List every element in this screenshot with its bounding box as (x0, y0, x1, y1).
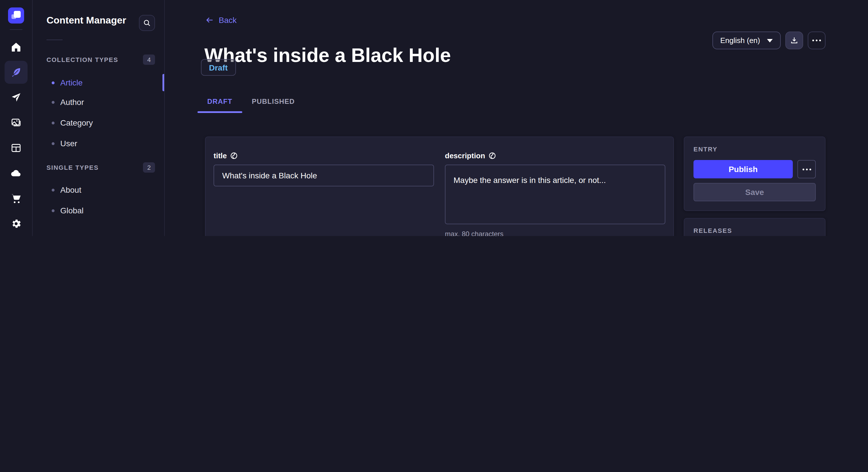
sidebar-item-about[interactable]: About (33, 180, 165, 200)
bullet-icon (52, 121, 55, 124)
bullet-icon (52, 142, 55, 145)
back-link[interactable]: Back (205, 15, 237, 25)
nav-content-manager-button[interactable] (5, 61, 28, 84)
collection-types-heading: COLLECTION TYPES 4 (46, 55, 155, 65)
ellipsis-icon (802, 168, 811, 170)
tab-draft[interactable]: DRAFT (197, 91, 242, 112)
sidebar-item-article[interactable]: Article (33, 73, 165, 92)
shopping-cart-icon (10, 193, 22, 204)
chevron-down-icon (767, 39, 773, 42)
single-types-count-badge: 2 (143, 162, 155, 173)
nav-deploy-button[interactable] (5, 86, 28, 109)
form-grid: title description Maybe the answer is in… (214, 151, 665, 236)
sidebar-divider (46, 40, 63, 40)
paper-plane-icon (10, 92, 22, 103)
gear-icon (10, 218, 22, 229)
nav-rail: KD (0, 0, 33, 236)
sidebar-item-label: Global (60, 206, 84, 215)
entry-panel-title: ENTRY (693, 146, 816, 153)
save-button[interactable]: Save (693, 183, 816, 201)
feather-quill-icon (10, 67, 22, 78)
header-more-button[interactable] (808, 32, 826, 49)
content-manager-sidebar: Content Manager COLLECTION TYPES 4 Artic… (33, 0, 165, 236)
strapi-logo-mark-2 (11, 14, 16, 19)
back-label: Back (219, 15, 237, 25)
bullet-icon (52, 189, 55, 191)
cloud-icon (10, 167, 22, 179)
status-badge: Draft (201, 59, 236, 76)
description-textarea[interactable]: Maybe the answer is in this article, or … (445, 165, 665, 224)
globe-icon (230, 152, 238, 160)
sidebar-item-author[interactable]: Author (33, 92, 165, 112)
layout-icon (10, 142, 22, 154)
header-actions: English (en) (712, 32, 826, 49)
app-window: KD Content Manager COLLECTION TYPES 4 Ar… (0, 0, 868, 236)
single-types-heading: SINGLE TYPES 2 (46, 162, 155, 173)
field-label-text: title (214, 151, 227, 160)
tab-published[interactable]: PUBLISHED (242, 91, 305, 112)
bullet-icon (52, 101, 55, 103)
ellipsis-icon (812, 40, 821, 41)
description-helper-text: max. 80 characters (445, 230, 665, 236)
section-label: SINGLE TYPES (46, 164, 99, 171)
field-title: title (214, 151, 434, 236)
sidebar-item-label: Category (60, 118, 93, 127)
title-input[interactable] (214, 165, 434, 187)
entry-panel: ENTRY Publish Save (684, 136, 826, 211)
globe-icon (489, 152, 496, 160)
sidebar-item-label: Article (60, 78, 83, 87)
publish-button[interactable]: Publish (693, 160, 793, 178)
section-label: COLLECTION TYPES (46, 56, 118, 63)
sidebar-item-label: About (60, 185, 81, 194)
locale-select[interactable]: English (en) (712, 32, 781, 49)
sidebar-item-category[interactable]: Category (33, 113, 165, 133)
field-title-label: title (214, 151, 434, 160)
bullet-icon (52, 209, 55, 212)
entry-form-card: title description Maybe the answer is in… (205, 136, 674, 236)
nav-marketplace-button[interactable] (5, 187, 28, 210)
rail-divider (10, 29, 22, 30)
nav-content-type-builder-button[interactable] (5, 136, 28, 160)
home-icon (10, 41, 22, 53)
releases-panel-title: RELEASES (693, 227, 816, 234)
search-button[interactable] (139, 15, 155, 31)
page-title: What's inside a Black Hole (205, 44, 451, 67)
strapi-logo[interactable] (8, 7, 24, 24)
images-icon (10, 117, 22, 129)
field-label-text: description (445, 151, 485, 160)
search-icon (143, 19, 151, 27)
active-item-indicator (162, 74, 164, 91)
sidebar-item-label: User (60, 139, 77, 148)
entry-more-button[interactable] (797, 160, 816, 178)
sidebar-item-label: Author (60, 98, 84, 107)
download-icon (790, 36, 799, 45)
nav-cloud-button[interactable] (5, 162, 28, 185)
nav-settings-button[interactable] (5, 212, 28, 235)
sidebar-title: Content Manager (46, 15, 126, 26)
entry-actions: Publish (693, 160, 816, 178)
bullet-icon (52, 81, 55, 84)
field-description-label: description (445, 151, 665, 160)
field-description: description Maybe the answer is in this … (445, 151, 665, 236)
sidebar-item-global[interactable]: Global (33, 201, 165, 220)
locale-value: English (en) (720, 36, 760, 45)
nav-home-button[interactable] (5, 36, 28, 59)
collection-types-count-badge: 4 (143, 55, 155, 65)
releases-panel: RELEASES Will be published in Spring Sum… (684, 218, 826, 236)
nav-media-library-button[interactable] (5, 111, 28, 134)
arrow-left-icon (205, 15, 214, 25)
version-tabs: DRAFT PUBLISHED (197, 91, 305, 112)
sidebar-item-user[interactable]: User (33, 134, 165, 153)
download-button[interactable] (785, 32, 803, 49)
